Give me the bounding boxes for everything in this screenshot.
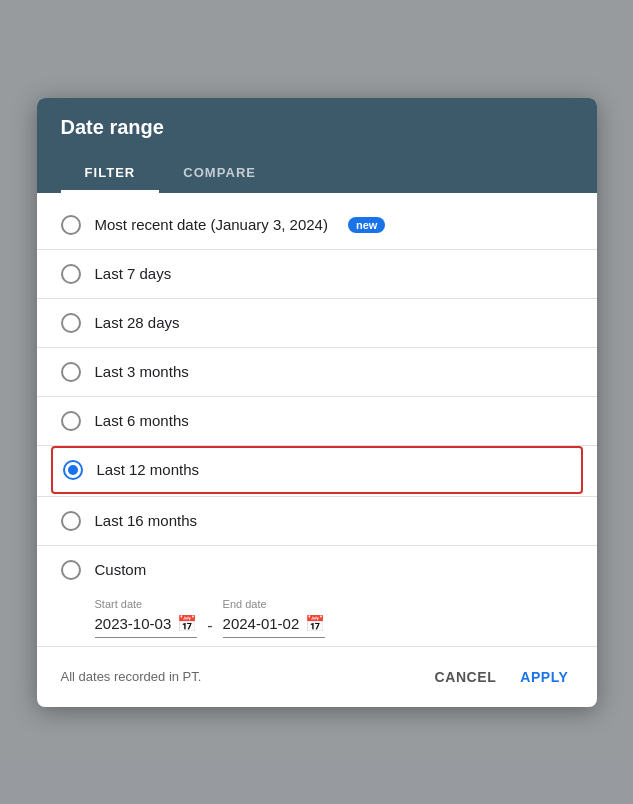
end-date-value: 2024-01-02 — [223, 615, 300, 632]
modal-title: Date range — [61, 116, 573, 139]
apply-button[interactable]: APPLY — [516, 661, 572, 693]
radio-custom — [61, 560, 81, 580]
radio-last-16-months — [61, 511, 81, 531]
start-date-input-wrap[interactable]: 2023-10-03 📅 — [95, 614, 198, 638]
start-calendar-icon[interactable]: 📅 — [177, 614, 197, 633]
end-date-label: End date — [223, 598, 326, 610]
radio-last-12-months — [63, 460, 83, 480]
start-date-value: 2023-10-03 — [95, 615, 172, 632]
option-last-12-months-label: Last 12 months — [97, 461, 200, 478]
option-last-16-months[interactable]: Last 16 months — [61, 497, 573, 545]
option-last-3-months[interactable]: Last 3 months — [61, 348, 573, 396]
option-last-6-months[interactable]: Last 6 months — [61, 397, 573, 445]
option-last-12-months[interactable]: Last 12 months — [51, 446, 583, 494]
footer-actions: CANCEL APPLY — [431, 661, 573, 693]
option-most-recent-label: Most recent date (January 3, 2024) — [95, 216, 328, 233]
option-last-6-months-label: Last 6 months — [95, 412, 189, 429]
footer-note: All dates recorded in PT. — [61, 669, 202, 684]
cancel-button[interactable]: CANCEL — [431, 661, 501, 693]
new-badge: new — [348, 217, 385, 233]
radio-last-7-days — [61, 264, 81, 284]
start-date-label: Start date — [95, 598, 198, 610]
date-fields: Start date 2023-10-03 📅 - End date 2024-… — [95, 598, 573, 638]
date-separator: - — [207, 617, 212, 635]
radio-last-28-days — [61, 313, 81, 333]
option-last-28-days-label: Last 28 days — [95, 314, 180, 331]
date-range-modal: Date range FILTER COMPARE Most recent da… — [37, 98, 597, 707]
tabs-container: FILTER COMPARE — [61, 155, 573, 193]
option-most-recent[interactable]: Most recent date (January 3, 2024) new — [61, 201, 573, 249]
option-last-7-days[interactable]: Last 7 days — [61, 250, 573, 298]
modal-body: Most recent date (January 3, 2024) new L… — [37, 193, 597, 638]
radio-last-6-months — [61, 411, 81, 431]
radio-dot-last-12-months — [68, 465, 78, 475]
option-last-16-months-label: Last 16 months — [95, 512, 198, 529]
option-last-7-days-label: Last 7 days — [95, 265, 172, 282]
tab-compare[interactable]: COMPARE — [159, 155, 280, 193]
end-date-group: End date 2024-01-02 📅 — [223, 598, 326, 638]
option-custom-label: Custom — [95, 561, 147, 578]
option-custom[interactable]: Custom — [61, 546, 573, 594]
radio-most-recent — [61, 215, 81, 235]
modal-header: Date range FILTER COMPARE — [37, 98, 597, 193]
tab-filter[interactable]: FILTER — [61, 155, 160, 193]
option-last-3-months-label: Last 3 months — [95, 363, 189, 380]
radio-last-3-months — [61, 362, 81, 382]
start-date-group: Start date 2023-10-03 📅 — [95, 598, 198, 638]
custom-date-section: Start date 2023-10-03 📅 - End date 2024-… — [95, 598, 573, 638]
end-calendar-icon[interactable]: 📅 — [305, 614, 325, 633]
end-date-input-wrap[interactable]: 2024-01-02 📅 — [223, 614, 326, 638]
modal-footer: All dates recorded in PT. CANCEL APPLY — [37, 646, 597, 707]
option-last-28-days[interactable]: Last 28 days — [61, 299, 573, 347]
